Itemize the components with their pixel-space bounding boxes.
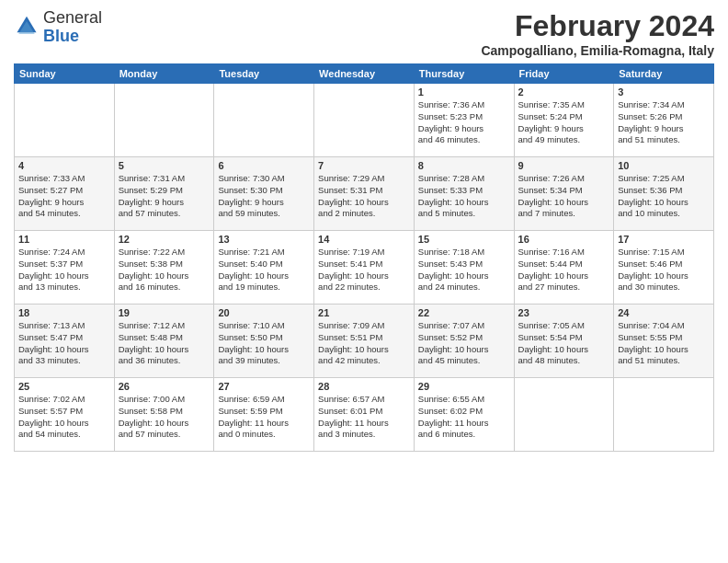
calendar-header: SundayMondayTuesdayWednesdayThursdayFrid… [15,64,714,84]
calendar-cell: 12Sunrise: 7:22 AM Sunset: 5:38 PM Dayli… [114,231,214,304]
day-info: Sunrise: 7:30 AM Sunset: 5:30 PM Dayligh… [218,173,310,220]
day-number: 17 [618,234,710,245]
calendar-cell: 26Sunrise: 7:00 AM Sunset: 5:58 PM Dayli… [114,378,214,452]
day-number: 18 [18,307,110,318]
logo: General Blue [14,9,102,46]
day-info: Sunrise: 7:36 AM Sunset: 5:23 PM Dayligh… [418,99,510,146]
day-number: 23 [518,307,610,318]
day-number: 9 [518,160,610,171]
day-info: Sunrise: 7:10 AM Sunset: 5:50 PM Dayligh… [218,320,310,367]
day-info: Sunrise: 7:12 AM Sunset: 5:48 PM Dayligh… [119,320,210,367]
calendar-cell: 15Sunrise: 7:18 AM Sunset: 5:43 PM Dayli… [414,231,514,304]
day-info: Sunrise: 7:15 AM Sunset: 5:46 PM Dayligh… [618,247,710,293]
day-number: 7 [318,160,410,171]
calendar-cell: 25Sunrise: 7:02 AM Sunset: 5:57 PM Dayli… [15,378,115,452]
day-info: Sunrise: 6:57 AM Sunset: 6:01 PM Dayligh… [318,394,410,441]
calendar-cell: 19Sunrise: 7:12 AM Sunset: 5:48 PM Dayli… [114,304,214,378]
calendar-week: 25Sunrise: 7:02 AM Sunset: 5:57 PM Dayli… [15,378,714,452]
calendar-cell: 29Sunrise: 6:55 AM Sunset: 6:02 PM Dayli… [414,378,514,452]
weekday-header: Tuesday [214,64,314,84]
calendar-cell: 14Sunrise: 7:19 AM Sunset: 5:41 PM Dayli… [314,231,415,304]
calendar-body: 1Sunrise: 7:36 AM Sunset: 5:23 PM Daylig… [15,84,714,452]
day-info: Sunrise: 6:59 AM Sunset: 5:59 PM Dayligh… [218,394,310,441]
calendar-cell: 6Sunrise: 7:30 AM Sunset: 5:30 PM Daylig… [214,157,314,231]
calendar-cell: 28Sunrise: 6:57 AM Sunset: 6:01 PM Dayli… [314,378,415,452]
day-info: Sunrise: 7:33 AM Sunset: 5:27 PM Dayligh… [18,173,110,220]
day-info: Sunrise: 7:19 AM Sunset: 5:41 PM Dayligh… [318,247,410,293]
day-number: 8 [418,160,510,171]
weekday-header: Saturday [614,64,714,84]
location: Campogalliano, Emilia-Romagna, Italy [481,43,714,58]
calendar-cell: 8Sunrise: 7:28 AM Sunset: 5:33 PM Daylig… [414,157,514,231]
logo-blue: Blue [43,28,102,46]
day-info: Sunrise: 7:13 AM Sunset: 5:47 PM Dayligh… [18,320,110,367]
calendar-cell: 3Sunrise: 7:34 AM Sunset: 5:26 PM Daylig… [614,84,714,157]
day-number: 13 [218,234,310,245]
page: General Blue February 2024 Campogalliano… [0,0,728,563]
day-number: 26 [119,381,210,392]
calendar-cell: 20Sunrise: 7:10 AM Sunset: 5:50 PM Dayli… [214,304,314,378]
day-number: 28 [318,381,410,392]
calendar-cell: 17Sunrise: 7:15 AM Sunset: 5:46 PM Dayli… [614,231,714,304]
day-info: Sunrise: 7:22 AM Sunset: 5:38 PM Dayligh… [119,247,210,293]
logo-text: General Blue [43,9,102,46]
calendar-week: 18Sunrise: 7:13 AM Sunset: 5:47 PM Dayli… [15,304,714,378]
day-number: 19 [119,307,210,318]
calendar-cell: 5Sunrise: 7:31 AM Sunset: 5:29 PM Daylig… [114,157,214,231]
month-title: February 2024 [481,9,714,43]
day-info: Sunrise: 7:21 AM Sunset: 5:40 PM Dayligh… [218,247,310,293]
day-info: Sunrise: 7:34 AM Sunset: 5:26 PM Dayligh… [618,99,710,146]
day-number: 12 [119,234,210,245]
calendar-cell [614,378,714,452]
day-info: Sunrise: 7:18 AM Sunset: 5:43 PM Dayligh… [418,247,510,293]
calendar-cell: 2Sunrise: 7:35 AM Sunset: 5:24 PM Daylig… [514,84,614,157]
title-block: February 2024 Campogalliano, Emilia-Roma… [481,9,714,58]
calendar-cell: 13Sunrise: 7:21 AM Sunset: 5:40 PM Dayli… [214,231,314,304]
day-number: 27 [218,381,310,392]
day-info: Sunrise: 7:35 AM Sunset: 5:24 PM Dayligh… [518,99,610,146]
day-info: Sunrise: 6:55 AM Sunset: 6:02 PM Dayligh… [418,394,510,441]
header-row: SundayMondayTuesdayWednesdayThursdayFrid… [15,64,714,84]
day-info: Sunrise: 7:26 AM Sunset: 5:34 PM Dayligh… [518,173,610,220]
calendar-cell: 1Sunrise: 7:36 AM Sunset: 5:23 PM Daylig… [414,84,514,157]
day-number: 29 [418,381,510,392]
calendar: SundayMondayTuesdayWednesdayThursdayFrid… [14,63,714,452]
calendar-cell: 21Sunrise: 7:09 AM Sunset: 5:51 PM Dayli… [314,304,415,378]
calendar-cell: 16Sunrise: 7:16 AM Sunset: 5:44 PM Dayli… [514,231,614,304]
logo-icon [14,15,40,40]
day-info: Sunrise: 7:16 AM Sunset: 5:44 PM Dayligh… [518,247,610,293]
calendar-cell: 18Sunrise: 7:13 AM Sunset: 5:47 PM Dayli… [15,304,115,378]
calendar-cell [214,84,314,157]
day-info: Sunrise: 7:00 AM Sunset: 5:58 PM Dayligh… [119,394,210,441]
day-number: 4 [18,160,110,171]
day-number: 20 [218,307,310,318]
weekday-header: Friday [514,64,614,84]
day-info: Sunrise: 7:05 AM Sunset: 5:54 PM Dayligh… [518,320,610,367]
day-info: Sunrise: 7:31 AM Sunset: 5:29 PM Dayligh… [119,173,210,220]
day-number: 15 [418,234,510,245]
day-number: 25 [18,381,110,392]
day-number: 16 [518,234,610,245]
day-info: Sunrise: 7:04 AM Sunset: 5:55 PM Dayligh… [618,320,710,367]
day-number: 11 [18,234,110,245]
calendar-cell [514,378,614,452]
logo-general: General [43,9,102,28]
calendar-cell: 24Sunrise: 7:04 AM Sunset: 5:55 PM Dayli… [614,304,714,378]
weekday-header: Sunday [15,64,115,84]
calendar-cell: 23Sunrise: 7:05 AM Sunset: 5:54 PM Dayli… [514,304,614,378]
day-number: 22 [418,307,510,318]
calendar-cell [114,84,214,157]
day-number: 2 [518,86,610,98]
day-number: 21 [318,307,410,318]
day-info: Sunrise: 7:07 AM Sunset: 5:52 PM Dayligh… [418,320,510,367]
day-number: 6 [218,160,310,171]
day-number: 10 [618,160,710,171]
day-number: 1 [418,86,510,98]
day-info: Sunrise: 7:28 AM Sunset: 5:33 PM Dayligh… [418,173,510,220]
calendar-cell [15,84,115,157]
calendar-cell: 22Sunrise: 7:07 AM Sunset: 5:52 PM Dayli… [414,304,514,378]
day-number: 24 [618,307,710,318]
day-info: Sunrise: 7:09 AM Sunset: 5:51 PM Dayligh… [318,320,410,367]
calendar-cell: 9Sunrise: 7:26 AM Sunset: 5:34 PM Daylig… [514,157,614,231]
calendar-cell: 11Sunrise: 7:24 AM Sunset: 5:37 PM Dayli… [15,231,115,304]
